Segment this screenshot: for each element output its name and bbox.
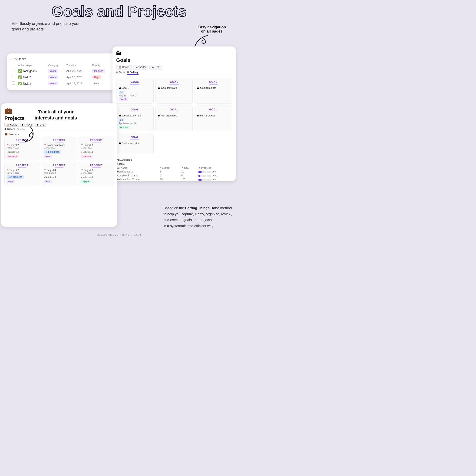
project-date: June 1, 2023 [44,172,75,174]
tab-table[interactable]: ⊞ Table [116,71,125,75]
col-timeline: Timeline [65,63,91,68]
goal-tag: Work [119,97,128,101]
project-label: PROJECT [81,164,112,167]
project-label: PROJECT [6,164,38,167]
project-status: ● In progress [6,175,24,179]
col-priority: Priority [91,63,113,68]
task-category-tag: Work [48,82,58,85]
tracker-progress: 25% [199,178,231,181]
proj-view-gallery[interactable]: ⊞ Gallery [4,128,15,130]
tracker-current: 5 [159,170,181,174]
project-status: ● Not started [81,176,93,178]
task-checkbox[interactable] [12,81,15,85]
goal-underline [130,139,139,140]
project-name: Project 3 [84,169,93,171]
project-date: May 1, 2023 [44,147,75,149]
goal-tag: Wellness [119,126,129,129]
project-underline [92,142,101,142]
col-category: Category [47,63,65,68]
project-card: PROJECT 📍 Project 2 May 24, 2023 ● In pr… [4,162,40,186]
project-name: Project 4 [47,169,56,171]
goals-nav-row[interactable]: 🏠 HOME ▶ TASKS ▶ LIFE [116,65,232,69]
tab-tasks[interactable]: ▶ TASKS [133,65,148,69]
project-date: May 1, 2023 [81,172,112,174]
project-tag: Work [44,180,52,183]
goal-underline [209,112,218,112]
project-card: PROJECT 📍 Project 3 May 1, 2023 ● Not st… [79,162,114,186]
tracker-col-goal: ⚑ Goal [180,166,197,170]
project-status: ● Not started [44,176,56,178]
project-status: ● In progress [44,150,61,154]
track-all-label: Track all of your interests and goals [31,109,80,121]
task-name: Task 2 [23,76,31,79]
main-title: Goals and Projects [0,0,238,20]
goal-underline [130,112,139,112]
task-priority-tag: Low [92,82,101,85]
project-name: Project 2 [10,169,18,171]
tracker-name: Complete 5 projects [116,174,159,178]
tracker-current: 25 [159,178,181,181]
project-underline [55,167,64,168]
tracker-goal: 5 [180,174,197,178]
tracker-goal: 20 [180,170,197,174]
q2-badge: Q2 [119,119,124,121]
project-tag: Personal [81,155,93,158]
table-row: ✅ Task 3 Work April 28, 2023 Low [11,80,113,86]
task-category-tag: Work [48,69,58,73]
goal-date: Apr 24 — Jun 14 [119,122,151,125]
tracker-progress: 20% [199,174,231,177]
task-date: April 28, 2023 [65,80,91,86]
task-complete-icon: ✅ [18,75,22,79]
project-card: PROJECT 📍 Notion dashboard May 1, 2023 ●… [42,137,77,160]
goal-underline [209,84,218,85]
tab-life[interactable]: ▶ LIFE [150,65,162,69]
task-complete-icon: ✅ [18,82,22,85]
project-tag: Personal [6,155,18,158]
projects-section-label: Projects [9,133,18,136]
nav-label: Easy navigation on all pages [198,25,226,34]
track-arrow-icon [17,124,38,145]
goal-underline [170,84,179,85]
tasks-card: ☰ All tasks Action steps Category Timeli… [7,53,116,90]
footer-domain: MILLIONDOLLARHABIT.COM [97,233,141,236]
bottom-description: Based on the Getting Things Done method … [163,205,232,229]
goal-name: Get organized [161,114,177,117]
col-action-steps: Action steps [17,63,47,68]
tracker-col-progress: ★ Progress [198,166,232,170]
q2-badge: Q2 [119,91,124,94]
project-label: PROJECT [81,139,112,142]
project-name: Project 3 [84,144,93,146]
task-checkbox[interactable] [12,75,15,78]
task-checkbox[interactable] [12,69,15,72]
goal-name: Goal 5 [122,86,129,89]
tracker-row: Work out for 100 days 25 100 25% [116,178,232,181]
goals-title: Goals [116,57,232,63]
projects-card: 💼 Projects 🏠 HOME ▶ TASKS ▶ LIFE ⊞ Galle… [1,103,117,227]
task-date: April 23, 2023 [65,68,91,74]
task-date: April 25, 2023 [65,74,91,80]
subtitle-line1: Effortlessly organize and prioritize you… [12,21,80,27]
tracker-col-name: All Name [116,166,159,170]
tab-gallery[interactable]: ⊞ Gallery [127,71,138,75]
goal-card: GOAL 🏔 Film 3 videos [195,105,232,131]
goal-label: GOAL [197,80,229,83]
tracker-name: Read 20 books [116,170,159,174]
goal-card: GOAL 🏔 Website overhaul Q2 Apr 24 — Jun … [116,105,154,131]
tracker-tab-table[interactable]: ⊞ Table [116,163,125,165]
goals-card: 🏔 Goals 🏠 HOME ▶ TASKS ▶ LIFE ⊞ Table ⊞ … [113,47,236,181]
proj-tab-home[interactable]: 🏠 HOME [4,123,19,127]
tab-home[interactable]: 🏠 HOME [116,65,132,69]
goal-label: GOAL [119,80,151,83]
goal-card: GOAL 🏔 Built newsletter [116,133,154,154]
project-status: ● Not started [81,151,93,153]
goal-name: Built newsletter [122,142,139,145]
goal-card: GOAL 🏔 Goal template [195,78,232,104]
task-priority-tag: Medium [92,69,105,73]
project-label: PROJECT [44,139,75,142]
project-underline [92,167,101,168]
goal-card: GOAL 🏔 Goal 5 Q2 May 18 — May 27 Work [116,78,154,104]
tracker-name: Work out for 100 days [116,178,159,181]
project-card: PROJECT 📍 Project 4 June 1, 2023 ● Not s… [42,162,77,186]
tracker-goal: 100 [180,178,197,181]
task-priority-tag: High [92,75,101,79]
